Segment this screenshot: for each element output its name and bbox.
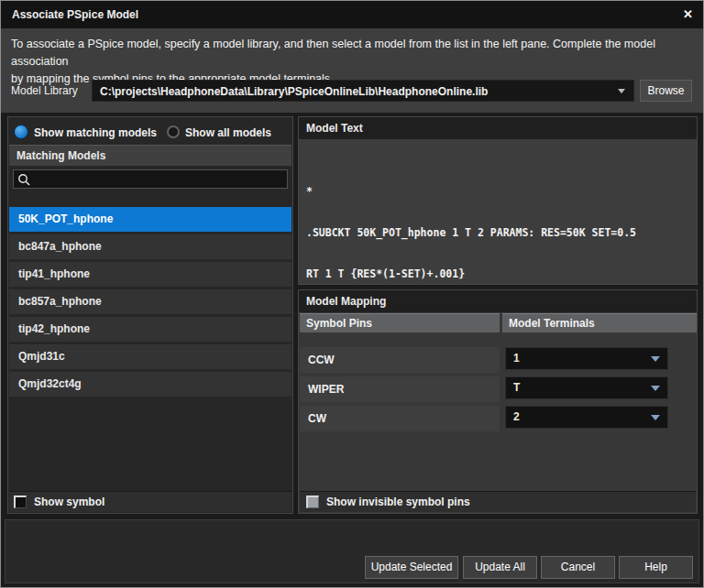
terminal-value: T xyxy=(513,377,520,398)
symbol-pin-cell: CW xyxy=(300,406,500,431)
update-all-button[interactable]: Update All xyxy=(463,556,537,579)
model-list-item[interactable]: tip41_hphone xyxy=(9,262,292,287)
chevron-down-icon[interactable] xyxy=(651,415,660,420)
models-panel: Show matching models Show all models Mat… xyxy=(7,116,293,514)
show-invisible-pins-strip: Show invisible symbol pins xyxy=(300,491,696,512)
title-bar: Associate PSpice Model ✕ xyxy=(1,1,703,28)
code-line: RT 1 T {RES*(1-SET)+.001} xyxy=(306,267,636,281)
chevron-down-icon[interactable] xyxy=(618,89,625,93)
symbol-pin-cell: CCW xyxy=(300,347,500,373)
filter-radio-row: Show matching models Show all models xyxy=(8,122,292,142)
dialog-title: Associate PSpice Model xyxy=(12,8,138,21)
model-library-combobox[interactable]: C:\projects\HeadphoneData\Library\PSpice… xyxy=(92,80,634,102)
show-symbol-checkbox[interactable] xyxy=(14,495,27,508)
show-invisible-pins-label[interactable]: Show invisible symbol pins xyxy=(326,492,470,512)
column-header-symbol-pins: Symbol Pins xyxy=(300,313,500,332)
close-icon[interactable]: ✕ xyxy=(683,7,693,21)
terminal-value: 2 xyxy=(513,407,520,428)
model-library-path: C:\projects\HeadphoneData\Library\PSpice… xyxy=(100,85,488,98)
model-list-item[interactable]: bc847a_hphone xyxy=(9,234,292,259)
search-icon xyxy=(17,173,30,186)
show-symbol-strip: Show symbol xyxy=(9,491,292,512)
symbol-pin-cell: WIPER xyxy=(300,376,500,402)
code-line: * xyxy=(306,185,636,199)
terminal-dropdown[interactable]: 1 xyxy=(505,347,668,370)
model-list-item[interactable]: tip42_hphone xyxy=(9,317,292,342)
model-library-label: Model Library xyxy=(11,84,78,97)
terminal-value: 1 xyxy=(513,348,520,369)
chevron-down-icon[interactable] xyxy=(651,356,660,362)
model-text-panel: Model Text * .SUBCKT 50K_POT_hphone 1 T … xyxy=(298,116,698,285)
model-list-item[interactable]: Qmjd32ct4g xyxy=(9,372,292,397)
model-list-item[interactable]: bc857a_hphone xyxy=(9,289,292,314)
model-mapping-header: Model Mapping xyxy=(299,290,697,312)
cancel-button[interactable]: Cancel xyxy=(541,556,615,579)
show-invisible-pins-checkbox[interactable] xyxy=(306,495,319,508)
radio-show-all-label[interactable]: Show all models xyxy=(185,126,271,139)
model-search-box[interactable] xyxy=(13,169,288,189)
radio-show-matching-label[interactable]: Show matching models xyxy=(34,126,157,139)
column-header-model-terminals: Model Terminals xyxy=(502,313,697,332)
radio-show-all-models[interactable] xyxy=(167,125,180,138)
model-mapping-panel: Model Mapping Symbol Pins Model Terminal… xyxy=(298,289,698,514)
matching-models-header: Matching Models xyxy=(9,145,292,166)
help-button[interactable]: Help xyxy=(619,556,693,579)
browse-button[interactable]: Browse xyxy=(640,80,692,102)
instruction-line-1: To associate a PSpice model, specify a m… xyxy=(11,36,703,71)
update-selected-button[interactable]: Update Selected xyxy=(365,556,458,579)
model-text-header: Model Text xyxy=(299,117,697,139)
radio-show-matching-models[interactable] xyxy=(14,125,28,139)
terminal-dropdown[interactable]: 2 xyxy=(505,406,668,429)
chevron-down-icon[interactable] xyxy=(651,386,660,391)
header-band: To associate a PSpice model, specify a m… xyxy=(1,28,703,113)
show-symbol-label[interactable]: Show symbol xyxy=(34,492,104,512)
footer-bar: Update Selected Update All Cancel Help xyxy=(5,519,699,583)
terminal-dropdown[interactable]: T xyxy=(505,376,668,399)
associate-pspice-model-dialog: Associate PSpice Model ✕ To associate a … xyxy=(0,0,704,588)
model-list-item[interactable]: Qmjd31c xyxy=(9,344,292,369)
model-list-item[interactable]: 50K_POT_hphone xyxy=(9,207,292,232)
code-line: .SUBCKT 50K_POT_hphone 1 T 2 PARAMS: RES… xyxy=(306,226,636,240)
model-search-input[interactable] xyxy=(34,171,285,189)
